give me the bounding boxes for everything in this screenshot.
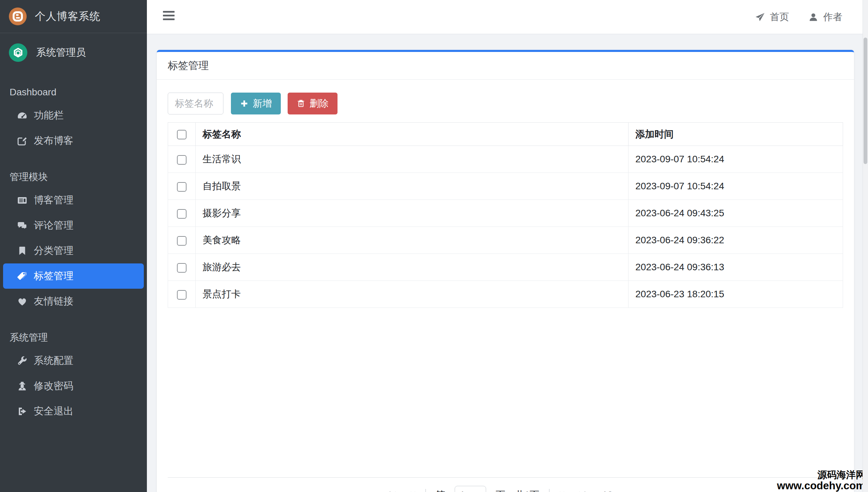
- trash-icon: [297, 99, 305, 108]
- tag-time-cell: 2023-06-24 09:36:22: [629, 227, 843, 254]
- table-row: 自拍取景 2023-09-07 10:54:24: [168, 173, 843, 200]
- sidebar-item-label: 友情链接: [34, 295, 73, 308]
- sidebar-item-logout[interactable]: 安全退出: [0, 399, 147, 424]
- delete-button[interactable]: 删除: [288, 93, 337, 114]
- watermark: 源码海洋网 www.codehy.com: [777, 469, 865, 492]
- row-checkbox[interactable]: [177, 236, 187, 246]
- scrollbar-thumb[interactable]: [864, 38, 867, 164]
- sidebar-toggle-icon[interactable]: [163, 11, 175, 23]
- tag-name-cell: 旅游必去: [196, 254, 629, 281]
- tag-time-cell: 2023-06-24 09:36:13: [629, 254, 843, 281]
- sidebar-item-label: 博客管理: [34, 193, 73, 207]
- wrench-icon: [16, 355, 28, 367]
- sidebar-item-category-mgmt[interactable]: 分类管理: [0, 238, 147, 263]
- blogger-logo-icon: [9, 8, 27, 25]
- sidebar-item-blog-mgmt[interactable]: 博客管理: [0, 188, 147, 213]
- table-row: 景点打卡 2023-06-23 18:20:15: [168, 281, 843, 308]
- nav-link-author[interactable]: 作者: [808, 11, 842, 24]
- sidebar-item-system-config[interactable]: 系统配置: [0, 348, 147, 373]
- row-checkbox[interactable]: [177, 182, 187, 192]
- sidebar-item-tag-mgmt[interactable]: 标签管理: [3, 263, 144, 289]
- sidebar-item-label: 标签管理: [34, 269, 73, 283]
- tag-time-cell: 2023-06-23 18:20:15: [629, 281, 843, 308]
- prev-page-icon[interactable]: [407, 491, 416, 492]
- tag-name-search-input[interactable]: [168, 93, 223, 114]
- user-name: 系统管理员: [36, 46, 86, 59]
- avatar-openai-icon: [9, 43, 27, 62]
- sidebar-item-comment-mgmt[interactable]: 评论管理: [0, 213, 147, 238]
- sidebar-item-label: 评论管理: [34, 219, 73, 232]
- tag-name-cell: 生活常识: [196, 146, 629, 173]
- heart-icon: [16, 295, 28, 308]
- brand-title: 个人博客系统: [35, 9, 100, 24]
- signout-icon: [16, 405, 28, 418]
- first-page-icon[interactable]: [388, 491, 397, 492]
- newspaper-icon: [16, 194, 28, 206]
- paper-plane-icon: [754, 11, 766, 23]
- pagination-divider: [425, 489, 426, 492]
- sidebar-item-function-bar[interactable]: 功能栏: [0, 103, 147, 128]
- sidebar-section-management: 管理模块: [0, 171, 147, 183]
- pagination-divider: [549, 489, 550, 492]
- watermark-line2: www.codehy.com: [777, 480, 865, 492]
- sidebar-item-label: 发布博客: [34, 134, 73, 148]
- sidebar-item-friend-links[interactable]: 友情链接: [0, 289, 147, 314]
- gauge-icon: [16, 109, 28, 122]
- tag-table-container: 标签名称 添加时间 生活常识 2023-09-07 10:54:24: [168, 122, 843, 478]
- vertical-scrollbar[interactable]: [863, 0, 868, 492]
- sidebar-item-label: 分类管理: [34, 244, 73, 258]
- user-panel[interactable]: 系统管理员: [0, 33, 147, 73]
- tags-icon: [16, 270, 28, 282]
- sidebar-item-change-password[interactable]: 修改密码: [0, 373, 147, 399]
- page-number-input[interactable]: [455, 486, 486, 492]
- tag-time-cell: 2023-09-07 10:54:24: [629, 173, 843, 200]
- card-body: 新增: [157, 80, 854, 492]
- table-row: 旅游必去 2023-06-24 09:36:13: [168, 254, 843, 281]
- watermark-line1: 源码海洋网: [777, 469, 865, 480]
- sidebar: 个人博客系统 系统管理员 Dashboard: [0, 0, 147, 492]
- user-icon: [808, 11, 819, 23]
- sidebar-item-label: 安全退出: [34, 405, 73, 418]
- page-suffix-label: 页: [496, 489, 505, 492]
- nav-link-label: 作者: [823, 11, 842, 24]
- pagination: 第 页 共1页 10: [168, 483, 843, 492]
- row-checkbox[interactable]: [177, 209, 187, 219]
- total-pages-label: 共1页: [515, 489, 539, 492]
- brand[interactable]: 个人博客系统: [0, 0, 147, 33]
- tag-time-cell: 2023-09-07 10:54:24: [629, 146, 843, 173]
- top-navbar: 首页 作者: [147, 0, 868, 34]
- add-button[interactable]: 新增: [231, 93, 281, 114]
- app-window: 个人博客系统 系统管理员 Dashboard: [0, 0, 868, 492]
- table-row: 美食攻略 2023-06-24 09:36:22: [168, 227, 843, 254]
- tag-name-cell: 摄影分享: [196, 200, 629, 227]
- row-checkbox[interactable]: [177, 290, 187, 300]
- tag-time-cell: 2023-06-24 09:43:25: [629, 200, 843, 227]
- tag-name-cell: 景点打卡: [196, 281, 629, 308]
- last-page-icon[interactable]: [578, 491, 587, 492]
- row-checkbox[interactable]: [177, 155, 187, 165]
- table-row: 摄影分享 2023-06-24 09:43:25: [168, 200, 843, 227]
- column-header-name: 标签名称: [196, 123, 629, 146]
- tag-management-card: 标签管理 新增: [157, 50, 854, 492]
- sidebar-item-publish-blog[interactable]: 发布博客: [0, 128, 147, 153]
- sidebar-item-label: 修改密码: [34, 379, 73, 393]
- tag-name-cell: 美食攻略: [196, 227, 629, 254]
- edit-icon: [16, 135, 28, 147]
- nav-link-label: 首页: [770, 11, 789, 24]
- navbar-links: 首页 作者: [754, 0, 842, 34]
- plus-icon: [240, 99, 249, 108]
- row-checkbox[interactable]: [177, 263, 187, 273]
- nav-link-home[interactable]: 首页: [754, 11, 789, 24]
- next-page-icon[interactable]: [559, 491, 568, 492]
- sidebar-section-dashboard: Dashboard: [0, 86, 147, 98]
- tag-name-cell: 自拍取景: [196, 173, 629, 200]
- column-header-time: 添加时间: [629, 123, 843, 146]
- comments-icon: [16, 219, 28, 232]
- select-all-checkbox[interactable]: [177, 130, 187, 139]
- card-header: 标签管理: [157, 52, 854, 80]
- page-size-select[interactable]: 10: [602, 490, 622, 492]
- page-title: 标签管理: [168, 59, 209, 73]
- table-header-row: 标签名称 添加时间: [168, 123, 843, 146]
- user-secret-icon: [16, 380, 28, 392]
- toolbar: 新增: [168, 93, 843, 114]
